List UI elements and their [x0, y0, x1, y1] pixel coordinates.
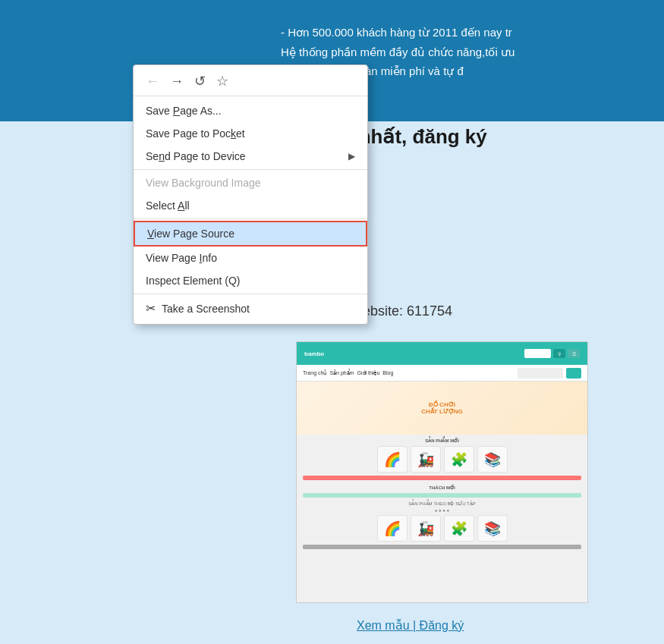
thumb-products-row1: 🌈 🚂 🧩 📚 [297, 445, 587, 474]
thumb-header: bambo ⚲ ☰ [297, 342, 587, 365]
thumb-gray-bar [303, 545, 581, 549]
menu-separator-2 [134, 218, 367, 219]
menu-item-screenshot[interactable]: ✂ Take a Screenshot [134, 296, 367, 321]
thumb-products-row2: 🌈 🚂 🧩 📚 [297, 514, 587, 543]
thumb-subtitle: SẢN PHẨM THEO BỘ SƯU TẬP [297, 499, 587, 507]
menu-label: Take a Screenshot [162, 303, 250, 315]
header-line1: - Hơn 500.000 khách hàng từ 2011 đến nay… [281, 23, 649, 42]
scissors-icon: ✂ [146, 301, 156, 316]
menu-item-save-page-as[interactable]: Save Page As... [134, 99, 367, 122]
context-toolbar: ← → ↺ ☆ [134, 68, 367, 96]
thumb-section-featured: THÁCH MỚI [297, 482, 587, 492]
menu-item-save-pocket[interactable]: Save Page to Pocket [134, 122, 367, 145]
menu-label: Send Page to Device [146, 150, 246, 162]
submenu-arrow-icon: ▶ [348, 151, 355, 162]
thumb-banner: ĐỒ CHƠICHẤT LƯỢNG 🧸 [297, 382, 587, 435]
menu-separator-3 [134, 294, 367, 294]
menu-label: Save Page to Pocket [146, 127, 245, 140]
menu-label: View Background Image [146, 177, 261, 189]
menu-label: Save Page As... [146, 105, 222, 117]
context-menu: ← → ↺ ☆ Save Page As... Save Page to Poc… [133, 64, 368, 325]
website-thumbnail: bambo ⚲ ☰ Trang chủ Sản phẩm Giới thiệu … [296, 341, 588, 603]
menu-item-inspect[interactable]: Inspect Element (Q) [134, 269, 367, 292]
thumb-green-bar [303, 493, 581, 498]
thumb-dots: ● ● ● ● [297, 507, 587, 514]
menu-label: View Page Source [147, 228, 234, 240]
thumb-product: 🧩 [444, 446, 474, 473]
menu-item-send-device[interactable]: Send Page to Device ▶ [134, 145, 367, 168]
thumb-product: 🌈 [377, 446, 408, 473]
menu-separator-1 [134, 169, 367, 170]
menu-label: Inspect Element (Q) [146, 275, 241, 287]
forward-icon[interactable]: → [170, 74, 184, 90]
menu-item-view-info[interactable]: View Page Info [134, 247, 367, 269]
thumb-product: 🚂 [411, 446, 441, 473]
menu-item-view-bg: View Background Image [134, 171, 367, 194]
bookmark-icon[interactable]: ☆ [216, 73, 228, 90]
thumb-product: 🧩 [444, 515, 474, 542]
thumb-product: 📚 [477, 446, 508, 473]
thumb-section-new: SẢN PHẨM MỚI [297, 435, 587, 445]
thumb-product: 🌈 [377, 515, 408, 542]
thumb-price-bar [303, 476, 581, 480]
menu-item-select-all[interactable]: Select All [134, 194, 367, 217]
thumb-product: 🚂 [411, 515, 441, 542]
reload-icon[interactable]: ↺ [194, 73, 206, 90]
back-icon[interactable]: ← [146, 74, 159, 90]
menu-item-view-source[interactable]: View Page Source [134, 221, 367, 247]
menu-label: Select All [146, 199, 190, 212]
thumb-navbar: Trang chủ Sản phẩm Giới thiệu Blog [297, 365, 587, 382]
header-line2: Hệ thống phần mềm đầy đủ chức năng,tối ư… [281, 42, 649, 62]
menu-label: View Page Info [146, 252, 217, 264]
bottom-link[interactable]: Xem mẫu | Đăng ký [357, 618, 464, 633]
thumb-product: 📚 [477, 515, 508, 542]
